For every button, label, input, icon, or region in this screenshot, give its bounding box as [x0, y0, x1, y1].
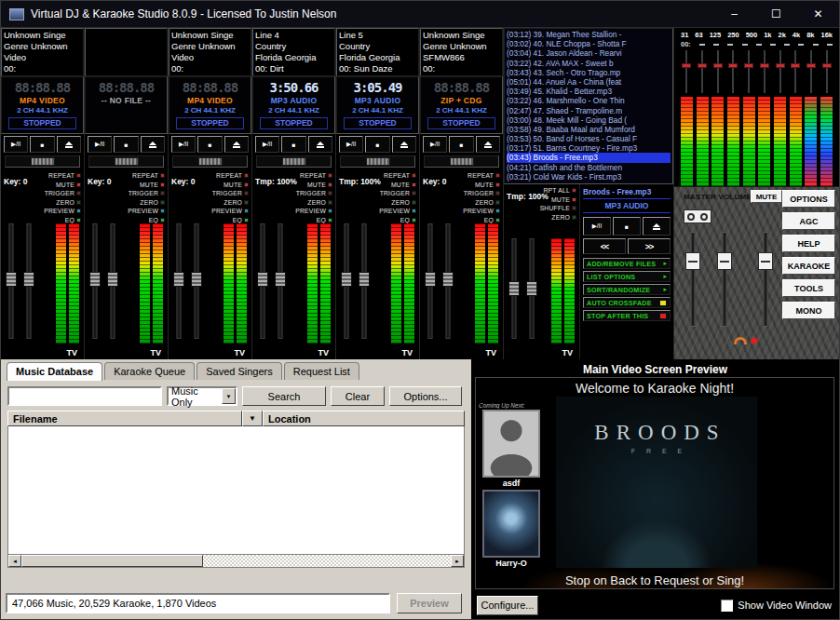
dropdown-arrow-icon[interactable]: ▼ [222, 388, 236, 404]
seek-slider[interactable] [256, 155, 332, 168]
seek-handle[interactable] [198, 157, 223, 166]
eject-button[interactable] [476, 136, 500, 153]
play-pause-button[interactable]: ▶/II [339, 136, 363, 153]
eq-band-slider[interactable] [712, 50, 724, 93]
toggle-trigger[interactable]: TRIGGER [295, 189, 332, 198]
toggle-zero[interactable]: ZERO [379, 198, 416, 208]
eq-handle[interactable] [698, 63, 707, 68]
stop-button[interactable]: ■ [281, 136, 305, 153]
previous-track-button[interactable]: << [583, 238, 626, 254]
playlist-row[interactable]: (03:53) 50. Band of Horses - Casual F [507, 134, 671, 143]
playlist-eject-button[interactable] [643, 217, 671, 236]
seek-handle[interactable] [31, 157, 55, 166]
eject-button[interactable] [57, 136, 81, 153]
help-button[interactable]: HELP [782, 235, 835, 252]
toggle-preview[interactable]: PREVIEW [379, 207, 416, 216]
play-pause-button[interactable]: ▶/II [423, 136, 447, 153]
playlist-row[interactable]: (04:21) Catfish and the Bottlemen [507, 163, 671, 172]
toggle-zero[interactable]: ZERO [463, 198, 500, 208]
toggle-zero[interactable]: ZERO [295, 198, 332, 208]
menu-sort-randomize[interactable]: SORT/RANDOMIZE▸ [583, 284, 671, 295]
karaoke-button[interactable]: KARAOKE [782, 257, 835, 275]
toggle-trigger[interactable]: TRIGGER [211, 189, 249, 198]
eq-band-slider[interactable] [821, 50, 833, 93]
pitch-fader[interactable] [173, 223, 184, 339]
eq-handle[interactable] [713, 63, 723, 68]
seek-slider[interactable] [340, 155, 415, 168]
pitch-fader[interactable] [6, 223, 17, 339]
eq-handle[interactable] [822, 63, 832, 68]
horizontal-scrollbar[interactable]: ◄ ► [7, 555, 465, 568]
table-body[interactable] [7, 426, 465, 555]
menu-auto-crossfade[interactable]: AUTO CROSSFADE [583, 297, 671, 308]
scroll-left-button[interactable]: ◄ [8, 555, 21, 567]
volume-fader[interactable] [359, 223, 370, 339]
toggle-trigger[interactable]: TRIGGER [463, 189, 500, 198]
playlist-row[interactable]: (03:02) 40. NLE Choppa - Shotta F [507, 39, 671, 48]
toggle-shuffle[interactable]: SHUFFLE [540, 204, 576, 213]
stop-button[interactable]: ■ [30, 136, 54, 153]
agc-button[interactable]: AGC [782, 212, 835, 230]
toggle-repeat[interactable]: REPEAT [463, 171, 500, 181]
toggle-zero[interactable]: ZERO [44, 198, 81, 208]
eq-handle[interactable] [682, 63, 691, 68]
toggle-rpt-all[interactable]: RPT ALL [540, 186, 576, 195]
seek-handle[interactable] [450, 157, 474, 166]
seek-slider[interactable] [172, 155, 248, 168]
scrollbar-track[interactable] [203, 555, 451, 567]
tab-karaoke-queue[interactable]: Karaoke Queue [104, 362, 195, 380]
show-video-window-checkbox[interactable]: Show Video Window [721, 600, 832, 612]
tv-button[interactable]: TV [485, 348, 496, 357]
toggle-preview[interactable]: PREVIEW [44, 207, 81, 216]
configure-button[interactable]: Configure... [477, 596, 538, 615]
playlist-row[interactable]: (05:01) 44. Anuel Aa - China (feat [507, 77, 671, 87]
column-header-location[interactable]: Location [263, 411, 465, 426]
toggle-preview[interactable]: PREVIEW [211, 207, 249, 216]
toggle-preview[interactable]: PREVIEW [295, 207, 332, 216]
fader-handle[interactable] [508, 281, 520, 296]
pitch-fader[interactable] [425, 223, 436, 339]
pitch-fader[interactable] [89, 223, 101, 339]
playlist-play-pause-button[interactable]: ▶/II [583, 217, 611, 236]
toggle-mute[interactable]: MUTE [44, 181, 81, 190]
tv-button[interactable]: TV [234, 348, 245, 357]
seek-handle[interactable] [366, 157, 390, 166]
toggle-mute[interactable]: MUTE [295, 181, 332, 190]
fader-handle[interactable] [23, 272, 34, 287]
fader-handle[interactable] [89, 272, 101, 287]
search-input[interactable] [7, 386, 162, 406]
toggle-repeat[interactable]: REPEAT [128, 171, 165, 181]
playlist[interactable]: (03:12) 39. Megan Thee Stallion -(03:02)… [504, 28, 673, 184]
playlist-row[interactable]: (03:43) 43. Sech - Otro Trago.mp [507, 68, 671, 77]
playlist-row[interactable]: (03:49) 45. Khalid - Better.mp3 [507, 87, 671, 96]
tv-button[interactable]: TV [66, 348, 77, 357]
fader-handle[interactable] [107, 272, 118, 287]
tv-button[interactable]: TV [318, 348, 329, 357]
toggle-mute[interactable]: MUTE [211, 181, 249, 190]
play-pause-button[interactable]: ▶/II [171, 136, 196, 153]
stop-button[interactable]: ■ [365, 136, 389, 153]
eq-band-slider[interactable] [697, 50, 708, 93]
fader-handle[interactable] [257, 272, 268, 287]
playlist-row[interactable]: (03:00) 48. Meek Mill - Going Bad ( [507, 115, 671, 125]
column-header-filename[interactable]: Filename [7, 411, 242, 426]
eq-band-slider[interactable] [681, 50, 692, 93]
volume-fader[interactable] [442, 223, 454, 339]
seek-slider[interactable] [424, 155, 499, 168]
scroll-right-button[interactable]: ► [451, 555, 464, 567]
master-fader-left[interactable] [685, 232, 700, 327]
balance-control[interactable] [684, 209, 711, 223]
seek-slider[interactable] [5, 155, 80, 168]
search-button[interactable]: Search [242, 386, 326, 406]
fader-handle[interactable] [341, 272, 352, 287]
toggle-mute[interactable]: MUTE [128, 181, 165, 190]
fader-handle[interactable] [526, 281, 537, 296]
tab-saved-singers[interactable]: Saved Singers [196, 362, 282, 380]
tv-button[interactable]: TV [562, 348, 573, 357]
playlist-row[interactable]: (03:04) 41. Jason Aldean - Rearvi [507, 48, 671, 58]
playlist-row[interactable]: (03:21) Cold War Kids - First.mp3 [507, 172, 671, 182]
tab-music-database[interactable]: Music Database [7, 362, 102, 381]
toggle-trigger[interactable]: TRIGGER [379, 189, 416, 198]
preview-button[interactable]: Preview [397, 593, 462, 613]
fader-handle[interactable] [191, 272, 202, 287]
